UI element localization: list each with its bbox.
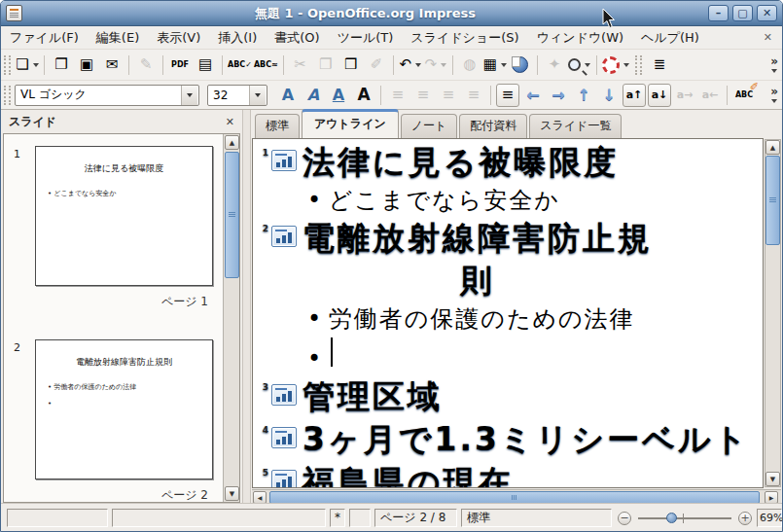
align-justify-button[interactable]: ≡ (462, 84, 485, 107)
close-button[interactable]: ✕ (757, 5, 777, 21)
font-name-input[interactable] (16, 87, 181, 104)
slide-thumbnail[interactable]: 法律に見る被曝限度 どこまでなら安全か (35, 146, 213, 286)
paste-button[interactable]: ❒ (339, 53, 363, 77)
tab-notes[interactable]: ノート (401, 114, 458, 138)
dropdown-arrow-icon[interactable] (585, 63, 590, 67)
panel-close-icon[interactable]: ✕ (226, 116, 234, 128)
font-size-dropdown-icon[interactable] (249, 86, 266, 105)
move-up-button[interactable]: ↑ (572, 84, 595, 107)
spellcheck-button[interactable]: ABC✓ (228, 53, 252, 77)
menu-item[interactable]: 挿入(I) (209, 26, 266, 49)
dropdown-arrow-icon[interactable] (501, 63, 507, 67)
toolbar-grip[interactable] (4, 86, 11, 105)
slide-chart-icon[interactable] (271, 470, 297, 488)
minimize-button[interactable]: – (708, 5, 729, 21)
slide-thumbnail[interactable]: 電離放射線障害防止規則 労働者の保護のための法律 (35, 339, 213, 479)
format-paintbrush-button[interactable]: ✐ (365, 53, 388, 77)
menu-item[interactable]: ツール(T) (329, 26, 403, 49)
demote-button[interactable]: → (547, 84, 570, 107)
zoom-slider-thumb[interactable] (666, 513, 677, 523)
scrollbar-thumb[interactable] (765, 156, 780, 245)
open-button[interactable]: ❐ (50, 53, 73, 77)
zoom-slider[interactable]: − + (618, 510, 752, 526)
bold-button[interactable]: A (276, 84, 300, 107)
maximize-button[interactable]: ▢ (732, 5, 753, 21)
redo-button[interactable]: ↷ (424, 53, 447, 77)
panel-scrollbar[interactable]: ▲ ▼ (223, 134, 239, 502)
help-button[interactable] (602, 53, 629, 77)
align-center-button[interactable]: ≡ (411, 84, 435, 107)
outline-row[interactable]: 5 福島県の現在 (257, 461, 763, 488)
slide-list-item[interactable]: 2 電離放射線障害防止規則 労働者の保護のための法律 ページ 2 (4, 339, 239, 503)
align-left-button[interactable]: ≡ (386, 84, 409, 107)
character-highlighting-button[interactable]: ABC (732, 84, 756, 107)
new-presentation-button[interactable]: ❏ (16, 53, 39, 77)
outline-row[interactable]: 1 法律に見る被曝限度 (257, 141, 763, 184)
move-down-button[interactable]: ↓ (597, 84, 621, 107)
save-button[interactable]: ▣ (75, 53, 98, 77)
toolbar-overflow-button[interactable]: » (770, 57, 778, 73)
outline-row[interactable]: 労働者の保護のための法律 (257, 302, 763, 336)
tab-slide-sorter[interactable]: スライド一覧 (529, 114, 622, 138)
menu-item[interactable]: スライドショー(S) (402, 26, 527, 49)
toolbar-grip[interactable] (635, 55, 642, 75)
outline-row[interactable] (257, 336, 763, 375)
insert-table-button[interactable]: ▦ (483, 53, 507, 77)
export-pdf-button[interactable]: PDF (168, 53, 192, 77)
menu-item[interactable]: ウィンドウ(W) (528, 26, 633, 49)
zoom-level[interactable]: 69% (757, 509, 782, 527)
scroll-up-icon[interactable]: ▲ (765, 140, 780, 155)
menu-item[interactable]: ヘルプ(H) (632, 26, 708, 49)
align-right-button[interactable]: ≡ (437, 84, 460, 107)
tab-handout[interactable]: 配付資料 (459, 114, 527, 138)
outline-vscrollbar[interactable]: ▲ ▼ (765, 139, 781, 487)
scroll-down-icon[interactable]: ▼ (765, 472, 780, 486)
decrease-font-button[interactable]: a↓ (648, 84, 671, 107)
scroll-down-icon[interactable]: ▼ (225, 486, 239, 501)
bullets-numbering-button[interactable]: ≣ (648, 53, 671, 77)
slide-list-item[interactable]: 1 法律に見る被曝限度 どこまでなら安全か ページ 1 (4, 146, 239, 310)
menu-item[interactable]: 編集(E) (88, 26, 148, 49)
font-name-dropdown-icon[interactable] (181, 86, 197, 105)
menu-item[interactable]: 書式(O) (266, 26, 328, 49)
dropdown-arrow-icon[interactable] (415, 63, 421, 67)
tab-normal[interactable]: 標準 (255, 114, 300, 138)
view-indicator[interactable]: 標準 (461, 509, 612, 527)
zoom-in-button[interactable]: + (738, 512, 752, 525)
toolbar-overflow-button[interactable]: » (770, 88, 778, 103)
insert-chart-button[interactable]: ◍ (458, 53, 481, 77)
font-size-input[interactable] (208, 87, 249, 104)
panel-splitter[interactable] (242, 110, 251, 505)
navigator-button[interactable]: ✦ (543, 53, 566, 77)
outline-row[interactable]: 3 管理区域 (257, 375, 763, 418)
outline-editor[interactable]: 1 法律に見る被曝限度 どこまでなら安全か 2 電離放射線障害防止規則 労働者の… (252, 138, 764, 488)
font-color-button[interactable]: A (352, 84, 375, 107)
app-icon[interactable] (6, 5, 22, 21)
email-button[interactable]: ✉ (100, 53, 124, 77)
cut-button[interactable]: ✂ (289, 53, 312, 77)
dropdown-arrow-icon[interactable] (623, 63, 629, 67)
titlebar[interactable]: 無題 1 - OpenOffice.org Impress – ▢ ✕ (1, 1, 782, 26)
undo-button[interactable]: ↶ (399, 53, 422, 77)
tab-outline[interactable]: アウトライン (302, 109, 399, 138)
underline-button[interactable]: A (327, 84, 350, 107)
outline-row[interactable]: 2 電離放射線障害防止規則 (257, 217, 763, 302)
auto-spellcheck-button[interactable]: ABC≈ (254, 53, 278, 77)
edit-file-button[interactable]: ✎ (134, 53, 158, 77)
increase-font-button[interactable]: a↑ (623, 84, 646, 107)
dropdown-arrow-icon[interactable] (441, 63, 446, 67)
copy-button[interactable]: ❐ (314, 53, 338, 77)
increase-spacing-button[interactable]: a→ (673, 84, 696, 107)
bullets-list-button[interactable]: ≡ (496, 84, 519, 107)
zoom-out-button[interactable]: − (618, 512, 631, 525)
zoom-slider-track[interactable] (638, 517, 731, 519)
slide-chart-icon[interactable] (271, 150, 297, 171)
scrollbar-thumb[interactable] (225, 152, 239, 278)
slide-chart-icon[interactable] (271, 427, 297, 448)
menu-item[interactable]: 表示(V) (148, 26, 209, 49)
page-indicator[interactable]: ページ 2 / 8 (374, 509, 457, 527)
toolbar-grip[interactable] (4, 55, 11, 75)
hyperlink-button[interactable] (509, 53, 532, 77)
menu-item[interactable]: ファイル(F) (1, 26, 88, 49)
scroll-up-icon[interactable]: ▲ (225, 135, 239, 150)
